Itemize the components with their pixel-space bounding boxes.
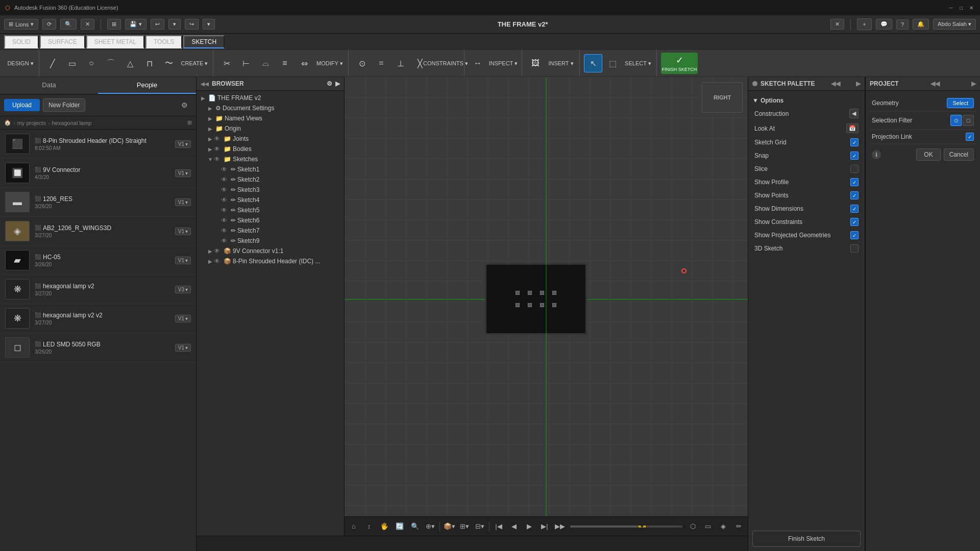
geometry-select-btn[interactable]: Select (947, 98, 974, 108)
select-more-btn[interactable]: SELECT ▾ (623, 54, 653, 72)
tl-icon-1[interactable]: ⬡ (685, 519, 700, 534)
workspace-dropdown[interactable]: ⊞ Lions ▾ (4, 19, 38, 30)
eye-icon[interactable]: 👁 (221, 166, 227, 173)
redo-dropdown[interactable]: ▾ (203, 19, 215, 30)
select-arrow-btn[interactable]: ↖ (584, 54, 602, 72)
tree-arrow-icon[interactable]: ▶ (207, 146, 214, 152)
constraint2-btn[interactable]: = (372, 54, 390, 72)
modify-more-btn[interactable]: MODIFY ▾ (314, 54, 345, 72)
browser-expand-icon[interactable]: ▶ (335, 80, 340, 87)
create-more-btn[interactable]: CREATE ▾ (179, 54, 210, 72)
list-view-icon[interactable]: ⊞ (187, 119, 192, 126)
tab-tools[interactable]: TOOLS (145, 35, 182, 48)
select-box-btn[interactable]: ⬚ (603, 54, 622, 72)
slot-btn[interactable]: ⊓ (140, 54, 159, 72)
cancel-button[interactable]: Cancel (944, 148, 974, 161)
triangle-btn[interactable]: △ (121, 54, 139, 72)
sp-checkbox-9[interactable]: ✓ (850, 231, 859, 239)
sp-checkbox-2[interactable]: ✓ (850, 138, 859, 146)
breadcrumb-current[interactable]: hexagonal lamp (52, 120, 92, 126)
refresh-btn[interactable]: ⟳ (42, 19, 56, 30)
sp-arrow-btn-0[interactable]: ◀ (849, 109, 859, 118)
tab-sheet-metal[interactable]: SHEET METAL (86, 35, 144, 48)
spline-btn[interactable]: 〜 (160, 54, 178, 72)
panel-settings-btn[interactable]: ⚙ (177, 98, 192, 112)
close-nav-btn[interactable]: ✕ (81, 19, 94, 30)
tree-arrow-icon[interactable]: ▼ (207, 157, 214, 162)
eye-icon[interactable]: 👁 (214, 156, 220, 163)
file-item[interactable]: ◻ ⬛ LED SMD 5050 RGB 3/26/20 V1 ▾ (0, 333, 196, 362)
maximize-icon[interactable]: □ (958, 4, 965, 11)
file-version[interactable]: V1 ▾ (175, 169, 191, 177)
minimize-icon[interactable]: ─ (947, 4, 954, 11)
chat-btn[interactable]: 💬 (876, 19, 892, 30)
finish-sketch-toolbar-btn[interactable]: ✓ FINISH SKETCH (661, 53, 698, 74)
sp-checkbox-10[interactable] (850, 244, 859, 253)
tree-item[interactable]: ▶ ⚙ Document Settings (197, 103, 344, 113)
eye-icon[interactable]: 👁 (221, 207, 227, 214)
tree-arrow-icon[interactable]: ▶ (207, 116, 214, 121)
constraint1-btn[interactable]: ⊙ (353, 54, 371, 72)
file-item[interactable]: ▬ ⬛ 1206_RES 3/26/20 V1 ▾ (0, 188, 196, 217)
search-btn[interactable]: 🔍 (60, 19, 77, 30)
view-options-btn[interactable]: ⊟▾ (473, 519, 487, 534)
mirror-btn[interactable]: ⇔ (295, 54, 313, 72)
offset-btn[interactable]: ≡ (276, 54, 294, 72)
view-cube[interactable]: RIGHT (702, 82, 743, 113)
filter-btn-2[interactable]: □ (963, 115, 974, 126)
constraints-more-btn[interactable]: CONSTRAINTS ▾ (430, 54, 461, 72)
tree-arrow-icon[interactable]: ▶ (207, 136, 214, 142)
sp-checkbox-8[interactable]: ✓ (850, 218, 859, 226)
nav-home-btn[interactable]: ⌂ (347, 519, 361, 534)
new-folder-button[interactable]: New Folder (43, 98, 85, 112)
tree-item[interactable]: 👁 ✏ Sketch2 (197, 174, 344, 185)
arc-btn[interactable]: ⌒ (102, 54, 120, 72)
file-version[interactable]: V1 ▾ (175, 315, 191, 322)
eye-icon[interactable]: 👁 (221, 227, 227, 234)
undo-dropdown[interactable]: ▾ (168, 19, 181, 30)
project-expand2-btn[interactable]: ▶ (971, 80, 976, 87)
eye-icon[interactable]: 👁 (221, 237, 227, 244)
apps-btn[interactable]: ⊞ (107, 19, 121, 30)
scissors-btn[interactable]: ✂ (217, 54, 236, 72)
options-section-title[interactable]: ▼ Options (752, 95, 861, 106)
tab-data[interactable]: Data (0, 77, 98, 94)
tree-item[interactable]: ▶ 📁 Named Views (197, 113, 344, 123)
zoom-dropdown-btn[interactable]: ⊕▾ (423, 519, 437, 534)
tree-item[interactable]: 👁 ✏ Sketch4 (197, 195, 344, 205)
tree-item[interactable]: ▼ 👁 📁 Sketches (197, 154, 344, 164)
tree-item[interactable]: 👁 ✏ Sketch6 (197, 215, 344, 226)
tree-arrow-icon[interactable]: ▶ (207, 126, 214, 132)
sp-checkbox-7[interactable]: ✓ (850, 205, 859, 213)
eye-icon[interactable]: 👁 (221, 186, 227, 193)
tab-solid[interactable]: SOLID (4, 35, 39, 48)
finish-sketch-palette-btn[interactable]: Finish Sketch (752, 531, 861, 547)
sp-checkbox-5[interactable]: ✓ (850, 178, 859, 186)
file-item[interactable]: ⬛ ⬛ 8-Pin Shrouded Header (IDC) Straight… (0, 130, 196, 159)
insert-image-btn[interactable]: 🖼 (526, 54, 545, 72)
tl-play-btn[interactable]: ▶ (522, 519, 536, 534)
tl-end-btn[interactable]: ▶▶ (553, 519, 567, 534)
eye-icon[interactable]: 👁 (221, 217, 227, 224)
tree-item[interactable]: ▶ 📄 THE FRAME v2 (197, 93, 344, 103)
sketch-palette-expand-btn[interactable]: ◀◀ (831, 80, 840, 87)
rect-btn[interactable]: ▭ (63, 54, 81, 72)
help-btn[interactable]: ? (896, 19, 909, 30)
tl-next-btn[interactable]: ▶| (537, 519, 552, 534)
file-version[interactable]: V1 ▾ (175, 198, 191, 206)
file-version[interactable]: V3 ▾ (175, 286, 191, 293)
close-viewport-btn[interactable]: ✕ (830, 19, 844, 30)
zoom-btn[interactable]: 🔄 (393, 519, 407, 534)
tl-icon-4[interactable]: ✏ (731, 519, 746, 534)
zoom-to-fit-btn[interactable]: 🔍 (408, 519, 422, 534)
tab-surface[interactable]: SURFACE (40, 35, 85, 48)
close-icon[interactable]: ✕ (968, 4, 975, 11)
sp-checkbox-6[interactable]: ✓ (850, 191, 859, 199)
tree-item[interactable]: ▶ 👁 📁 Bodies (197, 144, 344, 154)
tree-item[interactable]: 👁 ✏ Sketch9 (197, 236, 344, 246)
fillet-btn[interactable]: ⌓ (256, 54, 275, 72)
user-btn[interactable]: Abdo Salah ▾ (933, 19, 976, 30)
grid-btn[interactable]: ⊞▾ (457, 519, 472, 534)
orbit-btn[interactable]: ↕ (362, 519, 376, 534)
breadcrumb-my-projects[interactable]: my projects (17, 120, 46, 126)
